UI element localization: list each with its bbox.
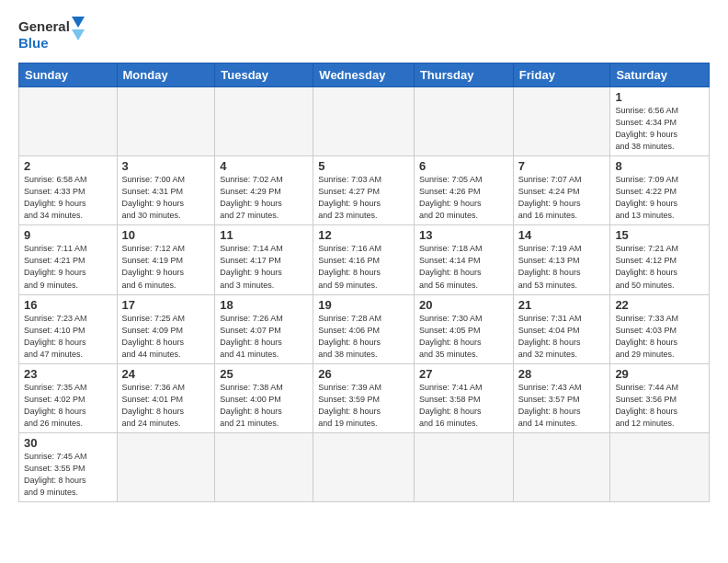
calendar-cell: 18Sunrise: 7:26 AM Sunset: 4:07 PM Dayli… bbox=[215, 294, 313, 363]
calendar-cell: 6Sunrise: 7:05 AM Sunset: 4:26 PM Daylig… bbox=[414, 156, 513, 225]
calendar-cell: 19Sunrise: 7:28 AM Sunset: 4:06 PM Dayli… bbox=[313, 294, 415, 363]
day-number: 29 bbox=[615, 367, 704, 381]
day-info: Sunrise: 7:18 AM Sunset: 4:14 PM Dayligh… bbox=[419, 243, 508, 291]
day-number: 19 bbox=[318, 298, 409, 312]
day-info: Sunrise: 7:14 AM Sunset: 4:17 PM Dayligh… bbox=[220, 243, 308, 291]
calendar-cell bbox=[19, 87, 118, 156]
calendar-cell: 12Sunrise: 7:16 AM Sunset: 4:16 PM Dayli… bbox=[313, 225, 415, 294]
weekday-header-friday: Friday bbox=[513, 63, 610, 87]
day-number: 16 bbox=[24, 298, 112, 312]
calendar-cell bbox=[513, 432, 610, 501]
day-info: Sunrise: 7:23 AM Sunset: 4:10 PM Dayligh… bbox=[24, 313, 112, 361]
day-info: Sunrise: 7:26 AM Sunset: 4:07 PM Dayligh… bbox=[220, 313, 308, 361]
day-info: Sunrise: 7:35 AM Sunset: 4:02 PM Dayligh… bbox=[24, 382, 112, 430]
day-number: 23 bbox=[24, 367, 112, 381]
calendar-cell: 2Sunrise: 6:58 AM Sunset: 4:33 PM Daylig… bbox=[19, 156, 118, 225]
day-info: Sunrise: 7:31 AM Sunset: 4:04 PM Dayligh… bbox=[518, 313, 606, 361]
week-row-3: 9Sunrise: 7:11 AM Sunset: 4:21 PM Daylig… bbox=[19, 225, 710, 294]
week-row-4: 16Sunrise: 7:23 AM Sunset: 4:10 PM Dayli… bbox=[19, 294, 710, 363]
day-info: Sunrise: 7:05 AM Sunset: 4:26 PM Dayligh… bbox=[419, 174, 508, 222]
calendar-cell: 27Sunrise: 7:41 AM Sunset: 3:58 PM Dayli… bbox=[414, 363, 513, 432]
day-info: Sunrise: 7:30 AM Sunset: 4:05 PM Dayligh… bbox=[419, 313, 508, 361]
day-number: 24 bbox=[122, 367, 210, 381]
calendar-cell: 22Sunrise: 7:33 AM Sunset: 4:03 PM Dayli… bbox=[610, 294, 710, 363]
calendar-cell: 7Sunrise: 7:07 AM Sunset: 4:24 PM Daylig… bbox=[513, 156, 610, 225]
day-info: Sunrise: 7:33 AM Sunset: 4:03 PM Dayligh… bbox=[615, 313, 704, 361]
day-number: 11 bbox=[220, 228, 308, 242]
svg-marker-3 bbox=[72, 29, 85, 40]
calendar-cell bbox=[215, 87, 313, 156]
day-number: 14 bbox=[518, 228, 606, 242]
day-number: 1 bbox=[615, 90, 704, 104]
day-number: 9 bbox=[24, 228, 112, 242]
day-info: Sunrise: 7:03 AM Sunset: 4:27 PM Dayligh… bbox=[318, 174, 409, 222]
svg-text:General: General bbox=[18, 18, 70, 34]
header: General Blue bbox=[18, 15, 710, 53]
calendar-cell bbox=[414, 87, 513, 156]
day-number: 25 bbox=[220, 367, 308, 381]
logo: General Blue bbox=[18, 15, 101, 53]
day-info: Sunrise: 6:58 AM Sunset: 4:33 PM Dayligh… bbox=[24, 174, 112, 222]
day-info: Sunrise: 7:09 AM Sunset: 4:22 PM Dayligh… bbox=[615, 174, 704, 222]
calendar-cell: 10Sunrise: 7:12 AM Sunset: 4:19 PM Dayli… bbox=[117, 225, 215, 294]
calendar-cell: 17Sunrise: 7:25 AM Sunset: 4:09 PM Dayli… bbox=[117, 294, 215, 363]
calendar-cell: 14Sunrise: 7:19 AM Sunset: 4:13 PM Dayli… bbox=[513, 225, 610, 294]
calendar-cell bbox=[117, 87, 215, 156]
calendar-cell: 8Sunrise: 7:09 AM Sunset: 4:22 PM Daylig… bbox=[610, 156, 710, 225]
day-number: 7 bbox=[518, 159, 606, 173]
calendar-cell: 3Sunrise: 7:00 AM Sunset: 4:31 PM Daylig… bbox=[117, 156, 215, 225]
day-info: Sunrise: 7:25 AM Sunset: 4:09 PM Dayligh… bbox=[122, 313, 210, 361]
day-number: 8 bbox=[615, 159, 704, 173]
day-number: 10 bbox=[122, 228, 210, 242]
day-number: 21 bbox=[518, 298, 606, 312]
calendar-cell: 9Sunrise: 7:11 AM Sunset: 4:21 PM Daylig… bbox=[19, 225, 118, 294]
day-number: 18 bbox=[220, 298, 308, 312]
weekday-header-row: SundayMondayTuesdayWednesdayThursdayFrid… bbox=[19, 63, 710, 87]
day-number: 15 bbox=[615, 228, 704, 242]
week-row-5: 23Sunrise: 7:35 AM Sunset: 4:02 PM Dayli… bbox=[19, 363, 710, 432]
calendar-cell: 28Sunrise: 7:43 AM Sunset: 3:57 PM Dayli… bbox=[513, 363, 610, 432]
calendar-cell bbox=[610, 432, 710, 501]
calendar: SundayMondayTuesdayWednesdayThursdayFrid… bbox=[18, 63, 710, 502]
calendar-cell: 4Sunrise: 7:02 AM Sunset: 4:29 PM Daylig… bbox=[215, 156, 313, 225]
weekday-header-tuesday: Tuesday bbox=[215, 63, 313, 87]
day-number: 2 bbox=[24, 159, 112, 173]
weekday-header-sunday: Sunday bbox=[19, 63, 118, 87]
calendar-cell: 23Sunrise: 7:35 AM Sunset: 4:02 PM Dayli… bbox=[19, 363, 118, 432]
calendar-cell bbox=[215, 432, 313, 501]
day-info: Sunrise: 7:28 AM Sunset: 4:06 PM Dayligh… bbox=[318, 313, 409, 361]
day-info: Sunrise: 7:12 AM Sunset: 4:19 PM Dayligh… bbox=[122, 243, 210, 291]
day-number: 12 bbox=[318, 228, 409, 242]
page: General Blue SundayMondayTuesdayWednesda… bbox=[0, 0, 728, 563]
day-info: Sunrise: 7:21 AM Sunset: 4:12 PM Dayligh… bbox=[615, 243, 704, 291]
calendar-cell bbox=[117, 432, 215, 501]
calendar-cell bbox=[313, 87, 415, 156]
day-number: 28 bbox=[518, 367, 606, 381]
day-number: 27 bbox=[419, 367, 508, 381]
calendar-cell: 13Sunrise: 7:18 AM Sunset: 4:14 PM Dayli… bbox=[414, 225, 513, 294]
week-row-6: 30Sunrise: 7:45 AM Sunset: 3:55 PM Dayli… bbox=[19, 432, 710, 501]
calendar-cell: 11Sunrise: 7:14 AM Sunset: 4:17 PM Dayli… bbox=[215, 225, 313, 294]
day-info: Sunrise: 7:16 AM Sunset: 4:16 PM Dayligh… bbox=[318, 243, 409, 291]
calendar-cell: 21Sunrise: 7:31 AM Sunset: 4:04 PM Dayli… bbox=[513, 294, 610, 363]
day-number: 17 bbox=[122, 298, 210, 312]
week-row-2: 2Sunrise: 6:58 AM Sunset: 4:33 PM Daylig… bbox=[19, 156, 710, 225]
day-number: 13 bbox=[419, 228, 508, 242]
svg-marker-2 bbox=[72, 17, 85, 28]
weekday-header-wednesday: Wednesday bbox=[313, 63, 415, 87]
calendar-cell: 25Sunrise: 7:38 AM Sunset: 4:00 PM Dayli… bbox=[215, 363, 313, 432]
day-number: 4 bbox=[220, 159, 308, 173]
day-number: 20 bbox=[419, 298, 508, 312]
calendar-cell: 20Sunrise: 7:30 AM Sunset: 4:05 PM Dayli… bbox=[414, 294, 513, 363]
day-info: Sunrise: 6:56 AM Sunset: 4:34 PM Dayligh… bbox=[615, 105, 704, 153]
day-number: 6 bbox=[419, 159, 508, 173]
svg-text:Blue: Blue bbox=[18, 35, 49, 51]
day-info: Sunrise: 7:44 AM Sunset: 3:56 PM Dayligh… bbox=[615, 382, 704, 430]
calendar-cell: 1Sunrise: 6:56 AM Sunset: 4:34 PM Daylig… bbox=[610, 87, 710, 156]
day-number: 22 bbox=[615, 298, 704, 312]
logo-svg: General Blue bbox=[18, 15, 101, 53]
day-info: Sunrise: 7:07 AM Sunset: 4:24 PM Dayligh… bbox=[518, 174, 606, 222]
day-info: Sunrise: 7:19 AM Sunset: 4:13 PM Dayligh… bbox=[518, 243, 606, 291]
calendar-cell bbox=[513, 87, 610, 156]
day-info: Sunrise: 7:45 AM Sunset: 3:55 PM Dayligh… bbox=[24, 451, 112, 499]
